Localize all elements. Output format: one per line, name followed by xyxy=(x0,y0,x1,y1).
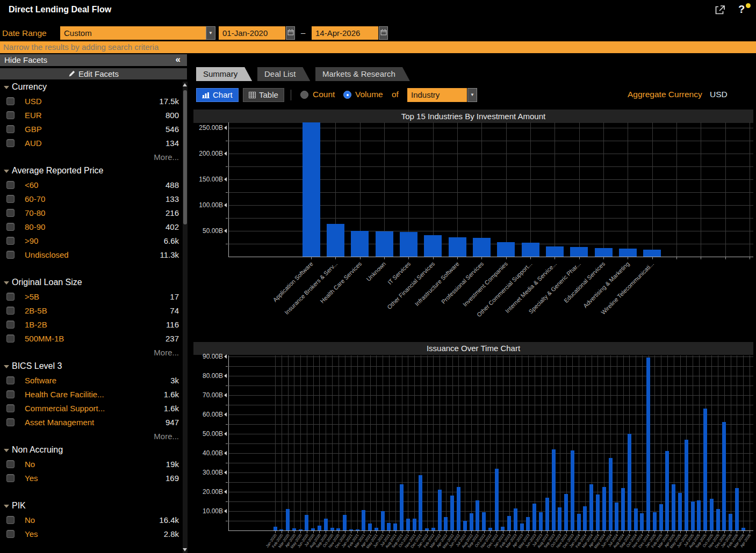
scroll-down-icon[interactable] xyxy=(183,548,187,551)
bar xyxy=(476,500,479,530)
facet-more-link[interactable]: More... xyxy=(154,348,179,357)
edit-facets-button[interactable]: Edit Facets xyxy=(0,68,187,79)
facet-item-label[interactable]: 80-90 xyxy=(25,222,45,231)
facet-item-label[interactable]: EUR xyxy=(25,111,42,120)
collapse-caret-icon[interactable] xyxy=(4,505,9,508)
collapse-caret-icon[interactable] xyxy=(4,449,9,452)
facet-checkbox[interactable] xyxy=(6,251,15,259)
facet-item-label[interactable]: <60 xyxy=(25,180,38,190)
calendar-icon[interactable] xyxy=(379,26,388,40)
export-icon[interactable] xyxy=(714,4,728,17)
facet-item-label[interactable]: Yes xyxy=(25,529,38,539)
facet-item-label[interactable]: No xyxy=(25,460,35,469)
count-radio-label[interactable]: Count xyxy=(313,90,335,99)
bar xyxy=(311,528,315,530)
facet-item-label[interactable]: Software xyxy=(25,376,56,385)
gridline-vertical xyxy=(383,355,383,530)
y-axis-minor-tick xyxy=(226,385,228,386)
facet-section-header[interactable]: Original Loan Size xyxy=(0,276,183,290)
facet-item-label[interactable]: 1B-2B xyxy=(25,320,47,329)
facet-item-count: 216 xyxy=(165,208,179,217)
facet-item-label[interactable]: Undisclosed xyxy=(25,250,69,259)
facet-section-header[interactable]: BICS Level 3 xyxy=(0,360,183,374)
facet-item-label[interactable]: No xyxy=(25,515,35,525)
tab-summary[interactable]: Summary xyxy=(196,67,252,81)
facet-more-link[interactable]: More... xyxy=(154,432,179,441)
facet-item-label[interactable]: Asset Management xyxy=(25,418,94,427)
volume-radio[interactable] xyxy=(343,91,351,99)
facet-checkbox[interactable] xyxy=(6,181,15,189)
count-radio[interactable] xyxy=(300,91,308,99)
facet-checkbox[interactable] xyxy=(6,321,15,329)
date-range-dropdown-arrow-icon[interactable]: ▼ xyxy=(206,26,215,40)
gridline-vertical xyxy=(566,355,567,530)
y-axis-tick-marker xyxy=(224,393,227,397)
x-axis-tick xyxy=(452,531,453,533)
facet-item-label[interactable]: GBP xyxy=(25,125,42,134)
collapse-caret-icon[interactable] xyxy=(4,281,9,285)
facet-checkbox[interactable] xyxy=(6,111,15,119)
facet-checkbox[interactable] xyxy=(6,209,15,217)
scrollbar-thumb[interactable] xyxy=(183,90,187,224)
facet-item-label[interactable]: Health Care Facilitie... xyxy=(25,390,104,399)
collapse-caret-icon[interactable] xyxy=(4,170,9,173)
facet-checkbox[interactable] xyxy=(6,293,15,301)
facet-item-label[interactable]: >90 xyxy=(25,236,38,245)
facet-checkbox[interactable] xyxy=(6,376,15,384)
help-icon[interactable]: ? xyxy=(738,3,751,17)
hide-facets-button[interactable]: Hide Facets « xyxy=(0,54,187,66)
facet-item-label[interactable]: AUD xyxy=(25,139,42,148)
facet-checkbox[interactable] xyxy=(6,195,15,203)
facet-item-label[interactable]: 2B-5B xyxy=(25,306,47,315)
gridline-horizontal xyxy=(229,511,753,512)
facet-checkbox[interactable] xyxy=(6,530,15,538)
gridline-vertical xyxy=(535,355,535,530)
facet-checkbox[interactable] xyxy=(6,97,15,105)
gridline-vertical xyxy=(389,355,390,530)
facet-checkbox[interactable] xyxy=(6,516,15,524)
facet-section-header[interactable]: Average Reported Price xyxy=(0,164,183,178)
facet-checkbox[interactable] xyxy=(6,334,15,343)
facet-item-count: 1.6k xyxy=(164,390,179,399)
date-from-input[interactable]: 01-Jan-2020 xyxy=(219,26,285,40)
date-to-input[interactable]: 14-Apr-2026 xyxy=(312,26,378,40)
facet-item-label[interactable]: Commercial Support... xyxy=(25,404,105,413)
collapse-panel-icon[interactable]: « xyxy=(176,54,181,66)
facet-item-label[interactable]: 60-70 xyxy=(25,194,45,203)
tab-deal-list[interactable]: Deal List xyxy=(257,67,310,81)
facet-item-label[interactable]: Yes xyxy=(25,474,38,483)
facet-section-header[interactable]: Non Accruing xyxy=(0,443,183,457)
facet-item-label[interactable]: 500MM-1B xyxy=(25,334,64,343)
gridline-vertical xyxy=(579,122,580,257)
facet-checkbox[interactable] xyxy=(6,125,15,133)
collapse-caret-icon[interactable] xyxy=(4,365,9,368)
facet-item-label[interactable]: USD xyxy=(25,97,42,106)
facet-checkbox[interactable] xyxy=(6,474,15,482)
facet-section-header[interactable]: Currency xyxy=(0,81,183,94)
facet-item-label[interactable]: 70-80 xyxy=(25,208,45,217)
facet-checkbox[interactable] xyxy=(6,237,15,245)
facet-section-header[interactable]: PIK xyxy=(0,499,183,513)
tab-markets-research[interactable]: Markets & Research xyxy=(315,67,410,81)
calendar-icon[interactable] xyxy=(286,26,295,40)
facet-checkbox[interactable] xyxy=(6,139,15,147)
facet-checkbox[interactable] xyxy=(6,404,15,412)
chart-view-button[interactable]: Chart xyxy=(196,88,239,102)
scroll-up-icon[interactable] xyxy=(183,83,187,86)
facet-checkbox[interactable] xyxy=(6,307,15,315)
bar xyxy=(318,526,321,530)
facet-checkbox[interactable] xyxy=(6,418,15,426)
search-criteria-input[interactable]: Narrow the results by adding search crit… xyxy=(0,41,756,53)
facet-item-label[interactable]: >5B xyxy=(25,292,39,301)
facet-checkbox[interactable] xyxy=(6,460,15,468)
collapse-caret-icon[interactable] xyxy=(4,86,9,89)
facet-checkbox[interactable] xyxy=(6,390,15,398)
dimension-dropdown[interactable]: Industry xyxy=(407,88,467,102)
facet-scrollbar[interactable] xyxy=(183,82,188,553)
dimension-dropdown-arrow-icon[interactable]: ▼ xyxy=(467,88,477,102)
facet-more-link[interactable]: More... xyxy=(154,152,179,162)
volume-radio-label[interactable]: Volume xyxy=(355,90,383,99)
facet-checkbox[interactable] xyxy=(6,223,15,231)
table-view-button[interactable]: Table xyxy=(243,88,284,102)
date-range-preset-dropdown[interactable]: Custom xyxy=(60,26,206,40)
